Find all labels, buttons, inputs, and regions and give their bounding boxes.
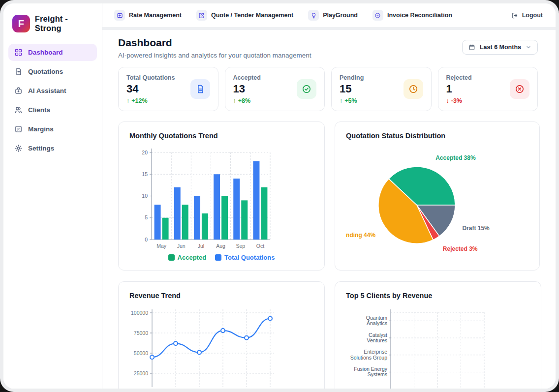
topnav-quote-tender-management[interactable]: Quote / Tender Management: [196, 10, 293, 21]
stat-value: 34: [126, 83, 175, 95]
date-range-selector[interactable]: Last 6 Months: [462, 40, 538, 55]
svg-text:Jul: Jul: [198, 243, 204, 249]
topnav-label: Rate Management: [129, 12, 182, 19]
sidebar: F Freight -Strong Dashboard Quotations A…: [3, 3, 102, 389]
top-clients-bar-chart: QuantumAnalyticsCatalystVenturesEnterpri…: [346, 303, 530, 389]
page-subtitle: AI-powered insights and analytics for yo…: [118, 52, 311, 59]
chart-title: Revenue Trend: [129, 292, 313, 300]
logout-icon: [511, 12, 519, 19]
legend-item[interactable]: Accepted: [168, 254, 207, 261]
top-clients-card: Top 5 Clients by Revenue QuantumAnalytic…: [335, 281, 541, 389]
topnav-label: Invoice Reconciliation: [387, 12, 452, 19]
topnav-label: PlayGround: [323, 12, 358, 19]
stat-label: Accepted: [233, 74, 261, 81]
calendar-icon: [468, 44, 475, 51]
svg-text:Jun: Jun: [177, 243, 186, 249]
svg-text:Aug: Aug: [216, 243, 225, 249]
stat-value: 1: [446, 83, 472, 95]
trend-down-icon: ↓: [446, 97, 449, 104]
svg-text:Oct: Oct: [256, 243, 264, 249]
page-header: Dashboard AI-powered insights and analyt…: [118, 37, 538, 59]
sidebar-item-label: Dashboard: [28, 49, 63, 56]
stat-card-pending: Pending 15 ↑+5%: [331, 67, 432, 111]
sidebar-item-label: Settings: [28, 145, 54, 152]
chart-title: Quotation Status Distribution: [346, 132, 528, 140]
sidebar-item-ai-assistant[interactable]: AI Assistant: [8, 82, 97, 99]
sidebar-item-label: AI Assistant: [28, 87, 66, 94]
charts-row-2: Revenue Trend 100000750005000025000 Top …: [118, 281, 538, 389]
charts-row-1: Monthly Quotations Trend 05101520MayJunJ…: [118, 121, 538, 271]
revenue-trend-card: Revenue Trend 100000750005000025000: [118, 281, 325, 389]
quote-tender-icon: [196, 10, 207, 21]
svg-text:Pending 44%: Pending 44%: [346, 232, 375, 239]
svg-text:Ventures: Ventures: [367, 337, 387, 343]
stat-trend-value: +12%: [131, 97, 147, 104]
topnav-playground[interactable]: PlayGround: [308, 10, 358, 21]
top-navigation-bar: Rate Management Quote / Tender Managemen…: [102, 3, 556, 30]
monthly-quotations-bar-chart: 05101520MayJunJulAugSepOct: [129, 144, 313, 251]
svg-text:Accepted 38%: Accepted 38%: [435, 154, 476, 161]
chevron-down-icon: [526, 44, 531, 50]
trend-up-icon: ↑: [126, 97, 129, 104]
logout-label: Logout: [522, 12, 543, 19]
status-distribution-pie-chart: Accepted 38%Draft 15%Rejected 3%Pending …: [346, 144, 528, 267]
stat-value: 15: [340, 83, 364, 95]
rate-management-icon: [114, 10, 125, 21]
svg-text:Draft 15%: Draft 15%: [462, 225, 490, 232]
quotation-status-distribution-card: Quotation Status Distribution Accepted 3…: [335, 121, 540, 271]
revenue-trend-line-chart: 100000750005000025000: [129, 303, 313, 389]
svg-text:Systems: Systems: [368, 371, 387, 377]
brand: F Freight -Strong: [3, 10, 102, 42]
stat-trend-value: +5%: [344, 97, 357, 104]
x-circle-icon: [510, 79, 529, 99]
brand-logo: F: [12, 15, 30, 32]
sidebar-item-margins[interactable]: Margins: [8, 121, 97, 138]
content-area: Dashboard AI-powered insights and analyt…: [102, 30, 556, 389]
stat-trend-value: -3%: [451, 97, 462, 104]
stat-label: Pending: [340, 74, 364, 81]
page-title: Dashboard: [118, 37, 311, 49]
sidebar-item-quotations[interactable]: Quotations: [8, 63, 97, 80]
app-window: F Freight -Strong Dashboard Quotations A…: [3, 3, 556, 389]
playground-icon: [308, 10, 319, 21]
chart-legend: AcceptedTotal Quotations: [129, 254, 313, 261]
svg-text:100000: 100000: [131, 310, 148, 316]
sidebar-item-label: Margins: [28, 125, 54, 133]
date-range-value: Last 6 Months: [480, 44, 521, 51]
topnav-rate-management[interactable]: Rate Management: [114, 10, 182, 21]
margins-icon: [14, 125, 23, 133]
topnav: Rate Management Quote / Tender Managemen…: [114, 10, 452, 21]
legend-item[interactable]: Total Quotations: [215, 254, 275, 261]
svg-text:75000: 75000: [134, 330, 148, 336]
svg-text:25000: 25000: [134, 370, 148, 376]
svg-text:Solutions Group: Solutions Group: [350, 355, 387, 361]
sidebar-nav: Dashboard Quotations AI Assistant Client…: [3, 44, 102, 157]
svg-text:5: 5: [145, 214, 148, 220]
clients-icon: [14, 106, 23, 114]
sidebar-item-settings[interactable]: Settings: [8, 140, 97, 157]
clock-icon: [404, 79, 423, 99]
ai-assistant-icon: [14, 87, 23, 95]
svg-text:20: 20: [142, 150, 148, 155]
svg-text:10: 10: [142, 193, 148, 199]
sidebar-item-clients[interactable]: Clients: [8, 101, 97, 119]
topnav-invoice-reconciliation[interactable]: Invoice Reconciliation: [373, 10, 452, 21]
svg-text:15: 15: [142, 171, 148, 177]
svg-text:Sep: Sep: [236, 243, 245, 249]
svg-text:50000: 50000: [134, 350, 148, 356]
stat-trend-value: +8%: [238, 97, 250, 104]
stat-label: Rejected: [446, 74, 472, 81]
stat-card-rejected: Rejected 1 ↓-3%: [438, 67, 538, 111]
check-circle-icon: [297, 79, 316, 99]
invoice-reconciliation-icon: [373, 10, 383, 21]
logout-button[interactable]: Logout: [511, 12, 543, 19]
settings-icon: [14, 144, 23, 152]
main-area: Rate Management Quote / Tender Managemen…: [102, 3, 556, 389]
trend-up-icon: ↑: [340, 97, 342, 104]
stat-label: Total Quotations: [126, 74, 175, 81]
brand-name: Freight -Strong: [35, 14, 94, 33]
sidebar-item-dashboard[interactable]: Dashboard: [8, 44, 97, 61]
stat-card-accepted: Accepted 13 ↑+8%: [225, 67, 325, 111]
dashboard-icon: [14, 48, 23, 57]
svg-text:Rejected 3%: Rejected 3%: [443, 245, 478, 252]
